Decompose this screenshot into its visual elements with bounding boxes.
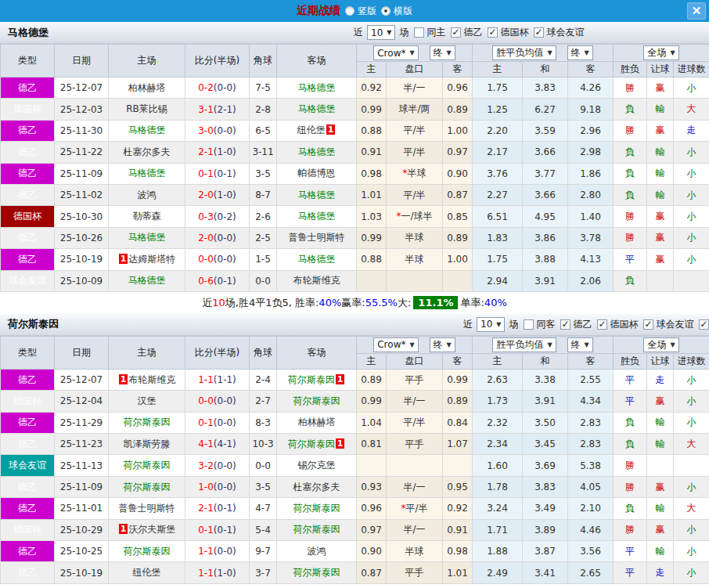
fulltime-score: 1-1 — [198, 374, 214, 385]
avg-lose-odds: 1.40 — [568, 206, 614, 227]
result-goals: 小 — [674, 369, 709, 390]
radio-unselected-icon[interactable] — [345, 6, 354, 16]
checkbox-unchecked[interactable] — [524, 319, 534, 330]
odds-company-group: Crow*▼终▼ — [357, 45, 473, 62]
corner-count: 3-5 — [250, 476, 277, 497]
avg-lose-odds: 4.05 — [568, 476, 614, 497]
halftime-score: (0-1) — [214, 525, 236, 536]
chevron-down-icon: ▼ — [670, 49, 675, 56]
score-cell: 2-0(1-0) — [185, 184, 250, 205]
recent-results-panel: 近期战绩竖版横版 ✕ 马格德堡近10▼场同主德乙德国杯球会友谊类型日期主场比分(… — [0, 0, 709, 584]
checkbox-checked[interactable] — [534, 27, 544, 38]
match-row: 德国杯25-10-30勒蒂森0-3(0-2)2-6马格德堡1.03*一/球半0.… — [1, 206, 709, 227]
close-button[interactable]: ✕ — [687, 2, 706, 20]
score-cell: 2-0(0-0) — [185, 227, 250, 248]
match-type-badge: 德乙 — [1, 434, 55, 455]
match-date: 25-10-30 — [55, 206, 109, 227]
sub-column-header: 主 — [357, 353, 387, 369]
checkbox-checked[interactable] — [488, 27, 498, 38]
away-odds: 0.85 — [443, 206, 473, 227]
header-dropdown[interactable]: Crow*▼ — [373, 45, 418, 60]
result-outcome: 勝 — [614, 519, 647, 540]
avg-draw-odds: 3.69 — [523, 455, 568, 476]
result-outcome: 勝 — [614, 476, 647, 497]
team-name: 布轮斯维克 — [293, 275, 340, 286]
header-dropdown[interactable]: 终▼ — [567, 45, 593, 60]
home-odds: 0.87 — [357, 562, 387, 583]
dropdown-value: 10 — [371, 27, 383, 38]
team-name: 波鸿 — [138, 189, 157, 200]
header-dropdown[interactable]: 胜平负均值▼ — [492, 45, 556, 60]
avg-lose-odds: 2.96 — [568, 120, 614, 141]
handicap-value: 平手 — [405, 438, 424, 449]
result-outcome: 負 — [614, 270, 647, 291]
away-odds: 1.01 — [443, 562, 473, 583]
away-odds: 0.95 — [443, 476, 473, 497]
result-goals: 小 — [674, 184, 709, 205]
match-row: 德国杯25-12-04汉堡0-0(0-0)2-7荷尔斯泰因0.99半/一0.89… — [1, 391, 709, 412]
avg-lose-odds: 2.80 — [568, 184, 614, 205]
team-name: 马格德堡 — [298, 211, 336, 222]
away-odds: 1.00 — [443, 249, 473, 270]
result-outcome: 平 — [614, 562, 647, 583]
result-handicap: 赢 — [647, 476, 674, 497]
handicap-cell: 半球 — [387, 227, 443, 248]
result-outcome: 負 — [614, 434, 647, 455]
handicap-cell: 平/半 — [387, 184, 443, 205]
header-dropdown[interactable]: 终▼ — [430, 337, 455, 352]
fulltime-score: 0-1 — [198, 417, 214, 428]
match-type-badge: 德国杯 — [1, 99, 55, 120]
away-odds: 0.99 — [443, 369, 473, 390]
checkbox-checked[interactable] — [699, 319, 709, 330]
avg-lose-odds: 2.06 — [568, 270, 614, 291]
avg-lose-odds: 3.78 — [568, 227, 614, 248]
match-type-badge: 德乙 — [1, 184, 55, 205]
header-dropdown[interactable]: Crow*▼ — [373, 337, 418, 352]
fulltime-score: 2-1 — [198, 146, 214, 157]
match-count-dropdown[interactable]: 10▼ — [477, 317, 505, 332]
corner-count: 9-7 — [250, 541, 277, 562]
fulltime-score: 0-2 — [198, 82, 214, 93]
header-dropdown[interactable]: 全场▼ — [643, 45, 678, 60]
header-dropdown[interactable]: 胜平负均值▼ — [492, 337, 556, 352]
away-odds: 0.92 — [443, 498, 473, 519]
checkbox-checked[interactable] — [643, 319, 653, 330]
avg-draw-odds: 3.59 — [523, 120, 568, 141]
checkbox-checked[interactable] — [597, 319, 607, 330]
chevron-down-icon: ▼ — [547, 49, 552, 56]
fulltime-score: 0-6 — [198, 276, 214, 287]
score-cell: 1-0(0-0) — [185, 476, 250, 497]
away-odds: 0.98 — [443, 541, 473, 562]
team-name: 马格德堡 — [298, 103, 336, 114]
radio-selected-icon[interactable] — [381, 6, 390, 16]
result-outcome: 平 — [614, 541, 647, 562]
header-dropdown[interactable]: 终▼ — [567, 337, 593, 352]
match-row: 德乙25-11-30马格德堡3-0(0-0)6-5纽伦堡10.88平/半1.00… — [1, 120, 709, 141]
checkbox-unchecked[interactable] — [414, 27, 424, 38]
corner-count: 7-5 — [250, 78, 277, 99]
checkbox-checked[interactable] — [451, 27, 461, 38]
result-handicap: 輸 — [647, 163, 674, 184]
home-odds — [357, 455, 387, 476]
away-team-cell: 马格德堡 — [277, 249, 357, 270]
handicap-value: 半球 — [405, 254, 424, 265]
avg-win-odds: 3.24 — [473, 498, 523, 519]
column-header: 角球 — [250, 336, 277, 369]
match-count-dropdown[interactable]: 10▼ — [367, 25, 395, 40]
header-dropdown[interactable]: 终▼ — [430, 45, 455, 60]
page-title: 近期战绩 — [297, 4, 340, 16]
checkbox-checked[interactable] — [560, 319, 570, 330]
match-date: 25-11-09 — [55, 476, 109, 497]
home-team-cell: 波鸿 — [109, 184, 185, 205]
handicap-value: 半/一 — [403, 524, 425, 535]
group-dropdowns: Crow*▼终▼ — [357, 337, 472, 352]
result-goals: 小 — [674, 227, 709, 248]
header-dropdown[interactable]: 全场▼ — [643, 337, 678, 352]
team-sections: 马格德堡近10▼场同主德乙德国杯球会友谊类型日期主场比分(半场)角球客场Crow… — [0, 22, 709, 584]
match-row: 德乙25-12-071布轮斯维克1-1(1-1)2-4荷尔斯泰因10.89平手0… — [1, 369, 709, 390]
result-handicap: 輸 — [647, 412, 674, 433]
result-handicap: 赢 — [647, 78, 674, 99]
match-row: 德乙25-11-09马格德堡0-1(0-1)3-5帕德博恩0.98*半球0.90… — [1, 163, 709, 184]
avg-draw-odds: 3.45 — [523, 434, 568, 455]
near-label: 近 — [463, 318, 473, 331]
